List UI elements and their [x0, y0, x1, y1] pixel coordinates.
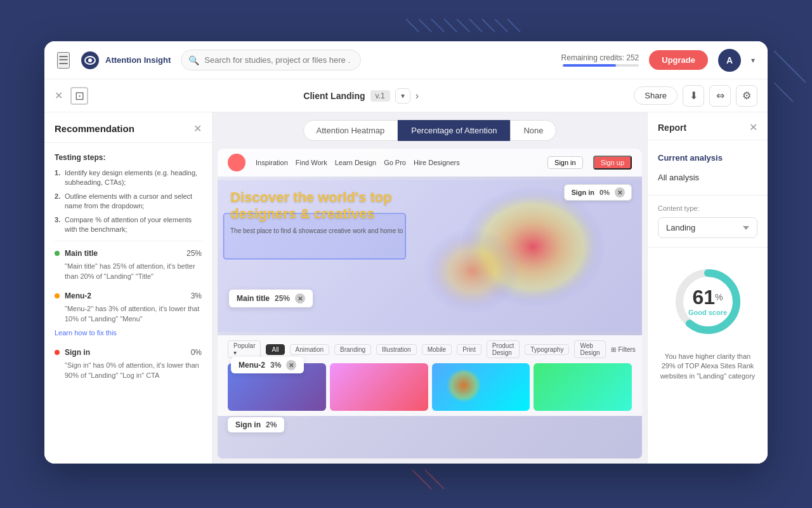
nav-link-findwork[interactable]: Find Work	[296, 159, 327, 166]
sidebar-close-button[interactable]: ✕	[193, 123, 202, 135]
grid-item-3	[432, 363, 530, 411]
donut-chart: 61% Good score	[667, 260, 749, 343]
sidebar-header: Recommendation ✕	[44, 112, 212, 143]
rec-dot-orange-2	[55, 293, 60, 298]
donut-center: 61% Good score	[688, 287, 727, 316]
filter-typography[interactable]: Typography	[525, 344, 569, 355]
learn-link[interactable]: Learn how to fix this	[55, 328, 202, 338]
credits-label: Remaining credits: 252	[561, 53, 639, 62]
svg-line-12	[793, 70, 806, 83]
tab-none[interactable]: None	[510, 120, 556, 141]
rec-description-3: "Sign in" has 0% of attention, it's lowe…	[55, 361, 202, 380]
file-nav-next-button[interactable]: ›	[416, 90, 419, 102]
search-input[interactable]	[181, 50, 361, 70]
filter-mobile[interactable]: Mobile	[422, 344, 452, 355]
website-signup-btn[interactable]: Sign up	[593, 156, 632, 170]
analysis-option-current[interactable]: Current analysis	[658, 148, 757, 168]
tooltip-main-title: Main title 25% ✕	[229, 290, 313, 307]
analysis-option-all[interactable]: All analysis	[658, 168, 757, 187]
rec-label-1: Main title	[65, 248, 98, 259]
hero-section: Discover the world's top designers & cre…	[218, 177, 642, 335]
score-display: 61%	[688, 287, 727, 307]
tooltip-signin-label: Sign in	[235, 420, 261, 429]
rec-label-2: Menu-2	[65, 290, 91, 302]
right-panel-title: Report	[658, 123, 686, 133]
top-nav: ☰ Attention Insight 🔍 Remaining credits:…	[44, 41, 768, 79]
tooltip-signin-nav-label: Sign in	[571, 189, 594, 196]
canvas-image: Inspiration Find Work Learn Design Go Pr…	[218, 149, 642, 458]
right-panel-close-button[interactable]: ✕	[749, 121, 757, 133]
expand-view-button[interactable]: ⇔	[709, 85, 731, 107]
filter-animation[interactable]: Animation	[290, 344, 329, 355]
testing-steps-list: Identify key design elements (e.g. headi…	[55, 168, 202, 234]
right-panel: Report ✕ Current analysis All analysis C…	[647, 112, 768, 464]
heatmap-blob-3	[445, 370, 483, 401]
svg-line-14	[780, 89, 793, 102]
grid-item-2	[330, 363, 428, 411]
filter-print[interactable]: Print	[457, 344, 481, 355]
rec-item-header-2: Menu-2 3%	[55, 290, 202, 302]
filter-bar: Popular ▾ All Animation Branding Illustr…	[228, 340, 632, 358]
tooltip-signin-nav-close[interactable]: ✕	[615, 187, 625, 197]
tab-attention-heatmap[interactable]: Attention Heatmap	[303, 120, 398, 141]
website-signin-nav-btn[interactable]: Sign in	[547, 156, 583, 169]
score-label: Good score	[688, 309, 727, 316]
filter-illustration[interactable]: Illustration	[376, 344, 417, 355]
svg-line-10	[780, 57, 793, 70]
nav-link-inspiration[interactable]: Inspiration	[256, 159, 288, 166]
nav-link-gopro[interactable]: Go Pro	[384, 159, 406, 166]
svg-line-24	[419, 476, 431, 489]
grid-item-4	[534, 363, 632, 411]
avatar[interactable]: A	[718, 49, 741, 72]
score-number: 61	[692, 286, 715, 309]
file-dropdown-button[interactable]: ▾	[395, 88, 410, 104]
recommendation-item-signin: Sign in 0% "Sign in" has 0% of attention…	[55, 347, 202, 380]
hero-text-area: Discover the world's top designers & cre…	[230, 189, 408, 236]
testing-step-1: Identify key design elements (e.g. headi…	[55, 168, 202, 188]
testing-steps-title: Testing steps:	[55, 152, 202, 163]
settings-button[interactable]: ⚙	[736, 85, 757, 107]
sidebar-title: Recommendation	[55, 123, 134, 134]
analysis-options: Current analysis All analysis	[648, 140, 768, 196]
search-icon: 🔍	[188, 55, 199, 65]
tooltip-menu2-close[interactable]: ✕	[286, 360, 296, 370]
rec-pct-2: 3%	[191, 290, 202, 302]
tooltip-main-title-pct: 25%	[275, 294, 290, 303]
credits-fill	[563, 64, 616, 67]
share-button[interactable]: Share	[634, 86, 678, 105]
tab-percentage-attention[interactable]: Percentage of Attention	[398, 120, 510, 141]
main-content: Recommendation ✕ Testing steps: Identify…	[44, 112, 768, 464]
rec-description-1: "Main title" has 25% of attention, it's …	[55, 262, 202, 281]
hamburger-button[interactable]: ☰	[57, 52, 70, 69]
search-bar: 🔍	[181, 50, 361, 70]
svg-line-25	[425, 470, 438, 483]
tooltip-main-title-close[interactable]: ✕	[295, 293, 305, 304]
logo-text: Attention Insight	[105, 55, 171, 65]
download-button[interactable]: ⬇	[683, 85, 704, 107]
filter-product[interactable]: Product Design	[487, 340, 520, 358]
close-button[interactable]: ✕	[55, 90, 63, 102]
filter-all[interactable]: All	[266, 344, 284, 355]
nav-link-hire[interactable]: Hire Designers	[414, 159, 460, 166]
logo-area: Attention Insight	[80, 50, 171, 70]
svg-point-33	[460, 186, 605, 307]
rec-dot-red-3	[55, 350, 60, 355]
score-pct-symbol: %	[715, 292, 723, 302]
avatar-chevron-icon[interactable]: ▾	[751, 56, 755, 65]
expand-button[interactable]: ⊡	[70, 87, 88, 105]
filter-popular[interactable]: Popular ▾	[228, 340, 261, 358]
content-type-select[interactable]: Landing E-commerce Blog Portfolio	[658, 217, 757, 238]
left-sidebar: Recommendation ✕ Testing steps: Identify…	[44, 112, 213, 464]
score-description: You have higher clarity than 29% of TOP …	[658, 352, 757, 381]
recommendation-item-menu2: Menu-2 3% "Menu-2" has 3% of attention, …	[55, 290, 202, 338]
right-panel-header: Report ✕	[648, 112, 768, 140]
filters-button[interactable]: ⊞ Filters	[611, 346, 636, 353]
nav-link-learndesign[interactable]: Learn Design	[335, 159, 376, 166]
content-type-section: Content type: Landing E-commerce Blog Po…	[648, 196, 768, 248]
filter-webdesign[interactable]: Web Design	[574, 340, 605, 358]
tooltip-signin-nav-pct: 0%	[599, 189, 610, 196]
website-bottom: Popular ▾ All Animation Branding Illustr…	[218, 335, 642, 416]
upgrade-button[interactable]: Upgrade	[649, 50, 708, 70]
svg-line-26	[431, 476, 444, 489]
filter-branding[interactable]: Branding	[334, 344, 371, 355]
